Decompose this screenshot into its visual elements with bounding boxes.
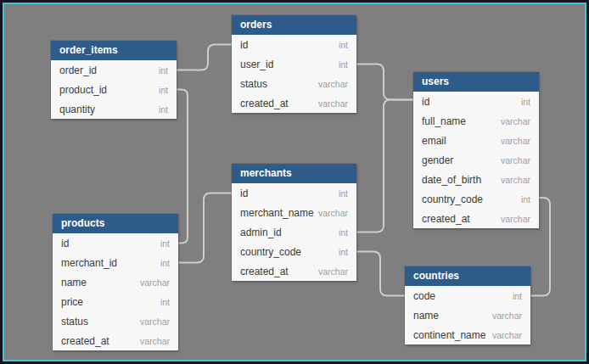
field-row-countries-name[interactable]: namevarchar [405, 305, 530, 325]
relationship-line-orders-users[interactable] [356, 64, 413, 100]
field-name: name [413, 310, 439, 322]
field-row-order_items-order_id[interactable]: order_idint [51, 60, 177, 80]
field-row-orders-user_id[interactable]: user_idint [232, 54, 356, 74]
table-products[interactable]: products idintmerchant_idintnamevarcharp… [53, 214, 178, 350]
field-name: full_name [422, 115, 466, 127]
field-row-merchants-merchant_name[interactable]: merchant_namevarchar [232, 203, 356, 222]
field-row-orders-status[interactable]: statusvarchar [232, 74, 356, 93]
field-name: country_code [422, 193, 483, 205]
field-name: country_code [240, 246, 301, 258]
field-row-merchants-country_code[interactable]: country_codeint [232, 242, 356, 261]
table-users[interactable]: users idintfull_namevarcharemailvarcharg… [413, 72, 539, 228]
field-type: varchar [140, 277, 170, 288]
field-name: date_of_birth [422, 174, 481, 186]
field-row-users-full_name[interactable]: full_namevarchar [413, 111, 539, 131]
table-header-users[interactable]: users [413, 72, 539, 92]
field-row-order_items-product_id[interactable]: product_idint [51, 80, 177, 99]
field-name: name [61, 277, 87, 288]
table-orders[interactable]: orders idintuser_idintstatusvarcharcreat… [232, 15, 356, 113]
field-row-countries-code[interactable]: codeint [405, 286, 530, 305]
field-row-products-created_at[interactable]: created_atvarchar [53, 331, 178, 350]
field-name: quantity [59, 104, 95, 115]
field-type: int [339, 40, 348, 50]
field-type: int [159, 85, 168, 95]
table-header-orders[interactable]: orders [232, 15, 356, 35]
field-row-users-email[interactable]: emailvarchar [413, 131, 539, 150]
table-header-order_items[interactable]: order_items [51, 41, 177, 60]
field-row-countries-continent_name[interactable]: continent_namevarchar [405, 325, 530, 344]
table-header-merchants[interactable]: merchants [232, 164, 356, 183]
table-title: countries [413, 270, 459, 282]
field-name: id [240, 188, 248, 199]
field-name: merchant_id [61, 257, 117, 269]
field-row-products-id[interactable]: idint [53, 233, 178, 253]
field-name: created_at [61, 335, 109, 347]
table-countries[interactable]: countries codeintnamevarcharcontinent_na… [405, 266, 530, 344]
field-row-users-country_code[interactable]: country_codeint [413, 189, 539, 209]
field-row-merchants-admin_id[interactable]: admin_idint [232, 222, 356, 242]
field-type: varchar [140, 316, 170, 327]
relationship-line-merchants-users[interactable] [356, 100, 413, 232]
field-type: int [339, 188, 348, 199]
table-fields: idintmerchant_idintnamevarcharpriceintst… [53, 233, 178, 350]
field-row-orders-created_at[interactable]: created_atvarchar [232, 93, 356, 113]
table-merchants[interactable]: merchants idintmerchant_namevarcharadmin… [232, 164, 356, 281]
field-row-users-date_of_birth[interactable]: date_of_birthvarchar [413, 170, 539, 189]
relationship-line-order_items-orders[interactable] [177, 45, 232, 70]
field-type: int [513, 291, 522, 301]
table-fields: idintuser_idintstatusvarcharcreated_atva… [232, 35, 356, 113]
field-type: varchar [140, 336, 170, 346]
field-type: varchar [501, 175, 530, 185]
field-type: varchar [501, 136, 530, 146]
field-name: created_at [240, 98, 289, 109]
field-name: status [240, 78, 267, 90]
field-name: price [61, 296, 83, 308]
relationship-line-merchants-countries[interactable] [356, 252, 405, 296]
field-row-users-id[interactable]: idint [413, 92, 539, 111]
field-type: int [160, 258, 170, 268]
table-order_items[interactable]: order_items order_idintproduct_idintquan… [51, 41, 177, 119]
field-row-products-merchant_id[interactable]: merchant_idint [53, 253, 178, 272]
table-fields: codeintnamevarcharcontinent_namevarchar [405, 286, 530, 344]
field-row-merchants-created_at[interactable]: created_atvarchar [232, 261, 356, 281]
field-row-order_items-quantity[interactable]: quantityint [51, 99, 177, 119]
field-type: int [160, 297, 170, 307]
field-row-products-status[interactable]: statusvarchar [53, 311, 178, 331]
table-title: merchants [240, 167, 292, 179]
field-name: gender [422, 154, 453, 166]
field-name: id [61, 238, 69, 249]
field-type: int [339, 247, 348, 257]
field-type: int [159, 104, 168, 115]
field-type: varchar [492, 311, 522, 321]
field-name: merchant_name [240, 207, 314, 219]
field-name: code [413, 290, 435, 302]
table-header-products[interactable]: products [53, 214, 178, 233]
field-name: product_id [59, 84, 107, 96]
field-type: int [521, 97, 530, 107]
diagram-window: order_items order_idintproduct_idintquan… [0, 0, 589, 364]
field-type: varchar [318, 98, 348, 109]
field-row-users-gender[interactable]: gendervarchar [413, 150, 539, 170]
field-name: created_at [422, 213, 470, 225]
table-fields: idintfull_namevarcharemailvarchargenderv… [413, 92, 539, 228]
table-header-countries[interactable]: countries [405, 266, 530, 286]
field-name: id [422, 96, 429, 108]
field-type: int [339, 227, 348, 238]
field-row-products-price[interactable]: priceint [53, 292, 178, 311]
field-name: created_at [240, 266, 289, 277]
field-type: varchar [318, 266, 348, 277]
field-name: order_id [59, 64, 97, 76]
field-name: user_id [240, 59, 273, 70]
field-type: int [159, 65, 168, 76]
field-row-products-name[interactable]: namevarchar [53, 272, 178, 292]
field-name: id [240, 39, 248, 51]
field-name: email [422, 135, 446, 147]
field-row-orders-id[interactable]: idint [232, 35, 356, 54]
relationship-line-merchants-products[interactable] [178, 193, 232, 263]
field-name: status [61, 316, 88, 328]
field-row-merchants-id[interactable]: idint [232, 183, 356, 203]
table-title: order_items [59, 44, 118, 56]
table-fields: order_idintproduct_idintquantityint [51, 60, 177, 119]
field-type: varchar [318, 79, 348, 89]
field-row-users-created_at[interactable]: created_atvarchar [413, 209, 539, 228]
